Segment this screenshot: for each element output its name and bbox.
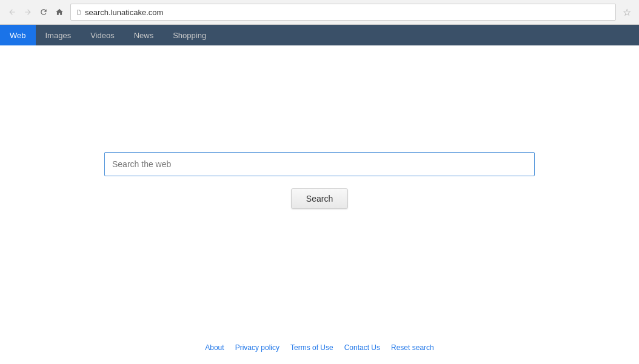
home-button[interactable] <box>52 5 67 19</box>
search-button[interactable]: Search <box>291 188 348 209</box>
reload-button[interactable] <box>36 5 51 19</box>
star-icon: ☆ <box>623 7 631 18</box>
browser-toolbar: 🗋 ☆ <box>0 0 639 24</box>
footer-link-reset[interactable]: Reset search <box>391 343 434 352</box>
main-content: Search About Privacy policy Terms of Use… <box>0 45 639 364</box>
nav-buttons <box>5 5 67 19</box>
nav-item-videos[interactable]: Videos <box>81 25 124 45</box>
address-input[interactable] <box>85 8 611 17</box>
footer: About Privacy policy Terms of Use Contac… <box>0 343 639 352</box>
nav-item-web[interactable]: Web <box>0 25 36 45</box>
address-bar-container: 🗋 <box>70 4 616 21</box>
footer-link-terms[interactable]: Terms of Use <box>290 343 333 352</box>
browser-chrome: 🗋 ☆ <box>0 0 639 25</box>
footer-link-privacy[interactable]: Privacy policy <box>235 343 279 352</box>
page-icon: 🗋 <box>76 8 82 16</box>
nav-item-shopping[interactable]: Shopping <box>163 25 216 45</box>
nav-bar: Web Images Videos News Shopping <box>0 25 639 45</box>
bookmark-button[interactable]: ☆ <box>620 5 634 19</box>
search-input[interactable] <box>104 152 535 176</box>
back-button[interactable] <box>5 5 19 19</box>
footer-link-contact[interactable]: Contact Us <box>344 343 380 352</box>
nav-item-news[interactable]: News <box>124 25 164 45</box>
footer-link-about[interactable]: About <box>205 343 224 352</box>
search-container: Search <box>0 152 639 209</box>
nav-item-images[interactable]: Images <box>36 25 81 45</box>
forward-button[interactable] <box>21 5 35 19</box>
